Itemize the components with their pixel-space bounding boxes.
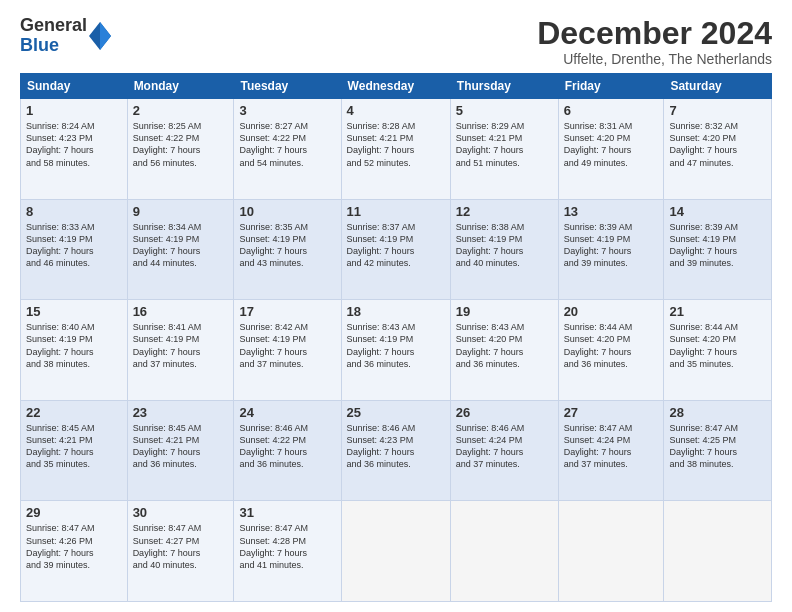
calendar-cell: 10Sunrise: 8:35 AMSunset: 4:19 PMDayligh… bbox=[234, 199, 341, 300]
cell-info: Sunrise: 8:43 AMSunset: 4:19 PMDaylight:… bbox=[347, 321, 445, 370]
header-saturday: Saturday bbox=[664, 74, 772, 99]
cell-info: Sunrise: 8:47 AMSunset: 4:26 PMDaylight:… bbox=[26, 522, 122, 571]
calendar-cell: 26Sunrise: 8:46 AMSunset: 4:24 PMDayligh… bbox=[450, 400, 558, 501]
calendar-cell: 31Sunrise: 8:47 AMSunset: 4:28 PMDayligh… bbox=[234, 501, 341, 602]
day-number: 30 bbox=[133, 505, 229, 520]
cell-info: Sunrise: 8:46 AMSunset: 4:23 PMDaylight:… bbox=[347, 422, 445, 471]
header-friday: Friday bbox=[558, 74, 664, 99]
day-number: 24 bbox=[239, 405, 335, 420]
calendar-cell: 2Sunrise: 8:25 AMSunset: 4:22 PMDaylight… bbox=[127, 99, 234, 200]
cell-info: Sunrise: 8:47 AMSunset: 4:27 PMDaylight:… bbox=[133, 522, 229, 571]
cell-info: Sunrise: 8:27 AMSunset: 4:22 PMDaylight:… bbox=[239, 120, 335, 169]
cell-info: Sunrise: 8:47 AMSunset: 4:28 PMDaylight:… bbox=[239, 522, 335, 571]
header-tuesday: Tuesday bbox=[234, 74, 341, 99]
day-number: 3 bbox=[239, 103, 335, 118]
cell-info: Sunrise: 8:40 AMSunset: 4:19 PMDaylight:… bbox=[26, 321, 122, 370]
day-number: 14 bbox=[669, 204, 766, 219]
cell-info: Sunrise: 8:38 AMSunset: 4:19 PMDaylight:… bbox=[456, 221, 553, 270]
calendar-cell: 14Sunrise: 8:39 AMSunset: 4:19 PMDayligh… bbox=[664, 199, 772, 300]
page: General Blue December 2024 Uffelte, Dren… bbox=[0, 0, 792, 612]
cell-info: Sunrise: 8:35 AMSunset: 4:19 PMDaylight:… bbox=[239, 221, 335, 270]
header-thursday: Thursday bbox=[450, 74, 558, 99]
calendar-table: Sunday Monday Tuesday Wednesday Thursday… bbox=[20, 73, 772, 602]
day-number: 9 bbox=[133, 204, 229, 219]
main-title: December 2024 bbox=[537, 16, 772, 51]
header: General Blue December 2024 Uffelte, Dren… bbox=[20, 16, 772, 67]
calendar-cell bbox=[450, 501, 558, 602]
day-number: 21 bbox=[669, 304, 766, 319]
day-number: 31 bbox=[239, 505, 335, 520]
day-number: 11 bbox=[347, 204, 445, 219]
day-number: 26 bbox=[456, 405, 553, 420]
subtitle: Uffelte, Drenthe, The Netherlands bbox=[537, 51, 772, 67]
calendar-header-row: Sunday Monday Tuesday Wednesday Thursday… bbox=[21, 74, 772, 99]
calendar-cell bbox=[664, 501, 772, 602]
week-row-3: 15Sunrise: 8:40 AMSunset: 4:19 PMDayligh… bbox=[21, 300, 772, 401]
day-number: 12 bbox=[456, 204, 553, 219]
day-number: 20 bbox=[564, 304, 659, 319]
cell-info: Sunrise: 8:31 AMSunset: 4:20 PMDaylight:… bbox=[564, 120, 659, 169]
day-number: 17 bbox=[239, 304, 335, 319]
day-number: 15 bbox=[26, 304, 122, 319]
day-number: 7 bbox=[669, 103, 766, 118]
day-number: 10 bbox=[239, 204, 335, 219]
calendar-cell bbox=[558, 501, 664, 602]
calendar-cell: 16Sunrise: 8:41 AMSunset: 4:19 PMDayligh… bbox=[127, 300, 234, 401]
day-number: 1 bbox=[26, 103, 122, 118]
calendar-cell: 1Sunrise: 8:24 AMSunset: 4:23 PMDaylight… bbox=[21, 99, 128, 200]
cell-info: Sunrise: 8:42 AMSunset: 4:19 PMDaylight:… bbox=[239, 321, 335, 370]
calendar-cell: 4Sunrise: 8:28 AMSunset: 4:21 PMDaylight… bbox=[341, 99, 450, 200]
week-row-5: 29Sunrise: 8:47 AMSunset: 4:26 PMDayligh… bbox=[21, 501, 772, 602]
logo-icon bbox=[89, 22, 111, 50]
calendar-cell: 11Sunrise: 8:37 AMSunset: 4:19 PMDayligh… bbox=[341, 199, 450, 300]
day-number: 25 bbox=[347, 405, 445, 420]
day-number: 28 bbox=[669, 405, 766, 420]
day-number: 16 bbox=[133, 304, 229, 319]
day-number: 13 bbox=[564, 204, 659, 219]
calendar-body: 1Sunrise: 8:24 AMSunset: 4:23 PMDaylight… bbox=[21, 99, 772, 602]
week-row-4: 22Sunrise: 8:45 AMSunset: 4:21 PMDayligh… bbox=[21, 400, 772, 501]
calendar-cell bbox=[341, 501, 450, 602]
calendar-cell: 29Sunrise: 8:47 AMSunset: 4:26 PMDayligh… bbox=[21, 501, 128, 602]
calendar-cell: 21Sunrise: 8:44 AMSunset: 4:20 PMDayligh… bbox=[664, 300, 772, 401]
cell-info: Sunrise: 8:45 AMSunset: 4:21 PMDaylight:… bbox=[26, 422, 122, 471]
day-number: 5 bbox=[456, 103, 553, 118]
calendar-cell: 3Sunrise: 8:27 AMSunset: 4:22 PMDaylight… bbox=[234, 99, 341, 200]
calendar-cell: 27Sunrise: 8:47 AMSunset: 4:24 PMDayligh… bbox=[558, 400, 664, 501]
week-row-2: 8Sunrise: 8:33 AMSunset: 4:19 PMDaylight… bbox=[21, 199, 772, 300]
day-number: 19 bbox=[456, 304, 553, 319]
day-number: 22 bbox=[26, 405, 122, 420]
cell-info: Sunrise: 8:33 AMSunset: 4:19 PMDaylight:… bbox=[26, 221, 122, 270]
cell-info: Sunrise: 8:45 AMSunset: 4:21 PMDaylight:… bbox=[133, 422, 229, 471]
title-block: December 2024 Uffelte, Drenthe, The Neth… bbox=[537, 16, 772, 67]
day-number: 18 bbox=[347, 304, 445, 319]
day-number: 23 bbox=[133, 405, 229, 420]
day-number: 4 bbox=[347, 103, 445, 118]
calendar-cell: 5Sunrise: 8:29 AMSunset: 4:21 PMDaylight… bbox=[450, 99, 558, 200]
day-number: 29 bbox=[26, 505, 122, 520]
cell-info: Sunrise: 8:46 AMSunset: 4:24 PMDaylight:… bbox=[456, 422, 553, 471]
calendar-cell: 7Sunrise: 8:32 AMSunset: 4:20 PMDaylight… bbox=[664, 99, 772, 200]
day-number: 8 bbox=[26, 204, 122, 219]
cell-info: Sunrise: 8:39 AMSunset: 4:19 PMDaylight:… bbox=[564, 221, 659, 270]
header-monday: Monday bbox=[127, 74, 234, 99]
calendar-cell: 24Sunrise: 8:46 AMSunset: 4:22 PMDayligh… bbox=[234, 400, 341, 501]
cell-info: Sunrise: 8:24 AMSunset: 4:23 PMDaylight:… bbox=[26, 120, 122, 169]
cell-info: Sunrise: 8:43 AMSunset: 4:20 PMDaylight:… bbox=[456, 321, 553, 370]
calendar-cell: 17Sunrise: 8:42 AMSunset: 4:19 PMDayligh… bbox=[234, 300, 341, 401]
cell-info: Sunrise: 8:41 AMSunset: 4:19 PMDaylight:… bbox=[133, 321, 229, 370]
week-row-1: 1Sunrise: 8:24 AMSunset: 4:23 PMDaylight… bbox=[21, 99, 772, 200]
calendar-cell: 20Sunrise: 8:44 AMSunset: 4:20 PMDayligh… bbox=[558, 300, 664, 401]
calendar-cell: 30Sunrise: 8:47 AMSunset: 4:27 PMDayligh… bbox=[127, 501, 234, 602]
cell-info: Sunrise: 8:47 AMSunset: 4:24 PMDaylight:… bbox=[564, 422, 659, 471]
calendar-cell: 22Sunrise: 8:45 AMSunset: 4:21 PMDayligh… bbox=[21, 400, 128, 501]
cell-info: Sunrise: 8:25 AMSunset: 4:22 PMDaylight:… bbox=[133, 120, 229, 169]
cell-info: Sunrise: 8:46 AMSunset: 4:22 PMDaylight:… bbox=[239, 422, 335, 471]
day-number: 6 bbox=[564, 103, 659, 118]
calendar-cell: 15Sunrise: 8:40 AMSunset: 4:19 PMDayligh… bbox=[21, 300, 128, 401]
calendar-cell: 28Sunrise: 8:47 AMSunset: 4:25 PMDayligh… bbox=[664, 400, 772, 501]
calendar-cell: 9Sunrise: 8:34 AMSunset: 4:19 PMDaylight… bbox=[127, 199, 234, 300]
cell-info: Sunrise: 8:44 AMSunset: 4:20 PMDaylight:… bbox=[669, 321, 766, 370]
calendar-cell: 18Sunrise: 8:43 AMSunset: 4:19 PMDayligh… bbox=[341, 300, 450, 401]
cell-info: Sunrise: 8:44 AMSunset: 4:20 PMDaylight:… bbox=[564, 321, 659, 370]
